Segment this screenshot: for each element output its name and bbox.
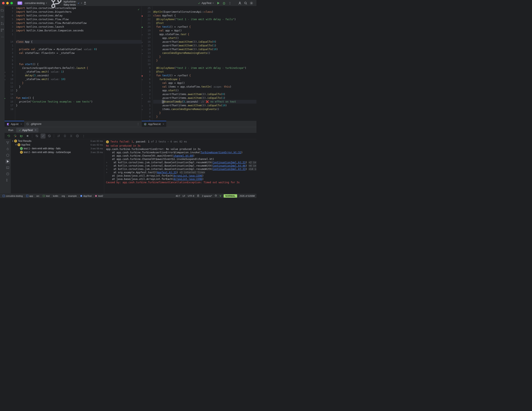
method-icon: m bbox=[95, 195, 97, 197]
editor-right: ✓ 25 24 23● 2221 20● 19 18↪ 17 16↪ 15↪ 1… bbox=[142, 6, 256, 127]
editor-left: ✓ 87654321 141234567 8↪ 9↪ 10↪ 11121314 … bbox=[5, 6, 142, 127]
debug-button[interactable] bbox=[221, 0, 227, 6]
pull-requests-icon[interactable] bbox=[0, 21, 5, 26]
collapse-all-button[interactable] bbox=[69, 134, 74, 138]
intention-bulb-icon[interactable]: 💡 bbox=[152, 96, 152, 100]
run-tab-apptest[interactable]: AppTest × bbox=[16, 128, 38, 133]
heap-indicator[interactable]: 2535 of 5200M bbox=[240, 195, 255, 197]
breadcrumb[interactable]: example bbox=[67, 195, 78, 197]
search-icon[interactable] bbox=[243, 0, 248, 6]
stack-link[interactable]: ArrayList.java:1596 bbox=[173, 174, 202, 177]
test-tree[interactable]: ▾ ✕ Test Results 6 sec 82 ms ▾ ✕ AppTest… bbox=[11, 139, 104, 194]
stack-link[interactable]: TurbineAssertionError.kt:32 bbox=[200, 151, 241, 154]
left-tool-rail: ⋯ bbox=[0, 6, 5, 194]
rerun-failed-button[interactable] bbox=[12, 134, 18, 138]
tab-options-icon[interactable]: ⋮ bbox=[135, 122, 142, 126]
code-content-left[interactable]: import kotlinx.coroutines.CoroutineScope… bbox=[15, 6, 142, 121]
expand-all-button[interactable] bbox=[62, 134, 67, 138]
test-case-1[interactable]: ✓ test 1 - item emit with delay - fails … bbox=[11, 147, 104, 150]
test-suite[interactable]: ▾ ✕ AppTest 6 sec 82 ms bbox=[11, 143, 104, 147]
zoom-window[interactable] bbox=[10, 2, 13, 4]
commit-tool-icon[interactable] bbox=[0, 15, 5, 19]
show-disabled-button[interactable] bbox=[47, 134, 52, 138]
caret-position[interactable]: 40:7 bbox=[176, 195, 180, 197]
run-config-selector[interactable]: AppTest ▾ bbox=[196, 1, 215, 5]
vim-mode-badge: NORMAL bbox=[224, 194, 237, 198]
indent-settings[interactable]: 2 spaces* bbox=[202, 195, 212, 197]
tab-apptest-kt[interactable]: AppTest.kt × bbox=[142, 121, 166, 127]
file-encoding[interactable]: UTF-8 bbox=[188, 195, 194, 197]
filter-tests-icon[interactable] bbox=[5, 140, 10, 145]
gutter-left: 87654321 141234567 8↪ 9↪ 10↪ 11121314 15… bbox=[5, 6, 15, 121]
run-tabs: Run AppTest × ⋮ — bbox=[5, 127, 256, 133]
close-tab-icon[interactable]: × bbox=[163, 123, 164, 126]
svg-point-25 bbox=[6, 181, 7, 181]
code-with-me-icon[interactable] bbox=[237, 0, 243, 6]
tab-gitignore[interactable]: .gitignore bbox=[24, 121, 43, 127]
more-actions-icon[interactable]: ⋮ bbox=[227, 0, 233, 6]
more-toolbar-icon[interactable]: ⋮ bbox=[81, 134, 86, 138]
minimize-window[interactable] bbox=[6, 2, 9, 4]
stop-button[interactable] bbox=[25, 134, 30, 138]
window-controls bbox=[2, 2, 13, 4]
project-selector[interactable]: CT coroutine-testing ▾ bbox=[16, 1, 49, 6]
close-window[interactable] bbox=[2, 2, 5, 4]
coverage-icon[interactable] bbox=[5, 153, 10, 157]
run-button[interactable] bbox=[215, 0, 221, 6]
code-editor-left[interactable]: ✓ 87654321 141234567 8↪ 9↪ 10↪ 11121314 … bbox=[5, 6, 142, 121]
stack-link[interactable]: ContinuationImpl.kt:33 bbox=[213, 161, 246, 164]
tab-label: App.kt bbox=[11, 123, 19, 126]
test-case-2[interactable]: ✕ test 2 - item emit with delay - turbin… bbox=[11, 150, 104, 154]
console-output[interactable]: ✕ Tests failed: 1, passed: 1 of 2 tests … bbox=[104, 139, 256, 194]
titlebar: CT coroutine-testing ▾ kg/turbine-flaky-… bbox=[0, 0, 256, 6]
show-ignored-button[interactable] bbox=[40, 134, 46, 138]
stack-link[interactable]: channel.kt:89 bbox=[173, 154, 193, 157]
readonly-icon[interactable] bbox=[197, 194, 200, 197]
sort-button[interactable] bbox=[56, 134, 61, 138]
svg-rect-17 bbox=[27, 135, 28, 137]
version-control-icon[interactable] bbox=[5, 178, 10, 182]
breadcrumb[interactable]: CAppTest bbox=[79, 195, 93, 197]
close-tab-icon[interactable]: × bbox=[35, 128, 36, 131]
breadcrumb[interactable]: src bbox=[36, 195, 40, 197]
more-tools-icon[interactable]: ⋯ bbox=[0, 35, 5, 39]
svg-point-5 bbox=[245, 2, 247, 4]
history-button[interactable] bbox=[75, 134, 80, 138]
project-tool-icon[interactable] bbox=[0, 8, 5, 12]
close-tab-icon[interactable]: × bbox=[20, 123, 22, 126]
tree-label: test 1 - item emit with delay - fails bbox=[24, 147, 60, 150]
stack-link[interactable]: ContinuationImpl.kt:46 bbox=[213, 164, 246, 167]
debug-icon[interactable] bbox=[5, 147, 10, 151]
stack-link[interactable]: AppTest.kt:33 bbox=[157, 171, 177, 174]
vim-icon[interactable]: V bbox=[220, 195, 221, 197]
toggle-auto-test-button[interactable] bbox=[19, 134, 24, 138]
breadcrumb[interactable]: coroutine-testing bbox=[2, 195, 23, 197]
tab-app-kt[interactable]: App.kt × bbox=[5, 121, 24, 127]
show-passed-button[interactable] bbox=[34, 134, 39, 138]
code-editor-right[interactable]: ✓ 25 24 23● 2221 20● 19 18↪ 17 16↪ 15↪ 1… bbox=[142, 6, 256, 121]
module-icon bbox=[2, 195, 5, 197]
structure-tool-icon[interactable] bbox=[0, 28, 5, 32]
breadcrumb[interactable]: org bbox=[61, 195, 66, 197]
run-icon[interactable] bbox=[5, 159, 10, 164]
code-content-right[interactable]: @OptIn(ExperimentalCoroutinesApi::class)… bbox=[152, 6, 256, 121]
git-status-icon[interactable] bbox=[214, 194, 217, 197]
fail-icon: ✕ bbox=[14, 140, 17, 142]
problems-icon[interactable] bbox=[5, 172, 10, 176]
breadcrumb[interactable]: app bbox=[25, 195, 34, 197]
vcs-update-icon[interactable] bbox=[82, 0, 88, 6]
settings-icon[interactable] bbox=[248, 0, 254, 6]
breadcrumb[interactable]: mtest2 bbox=[94, 195, 104, 197]
terminal-icon[interactable] bbox=[5, 165, 10, 170]
stack-link[interactable]: ArrayList.java:1596 bbox=[173, 178, 202, 181]
breadcrumb[interactable]: test bbox=[42, 195, 50, 197]
run-tab-run[interactable]: Run bbox=[6, 128, 15, 133]
svg-rect-34 bbox=[3, 195, 5, 197]
svg-point-9 bbox=[1, 24, 2, 25]
test-results-root[interactable]: ▾ ✕ Test Results 6 sec 82 ms bbox=[11, 139, 104, 143]
stack-link[interactable]: ContinuationImpl.kt:33 bbox=[213, 168, 246, 171]
breadcrumb[interactable]: kotlin bbox=[52, 195, 59, 197]
line-separator[interactable]: LF bbox=[183, 195, 185, 197]
chevron-down-icon[interactable]: ▾ bbox=[81, 2, 82, 4]
rerun-button[interactable] bbox=[6, 134, 11, 138]
